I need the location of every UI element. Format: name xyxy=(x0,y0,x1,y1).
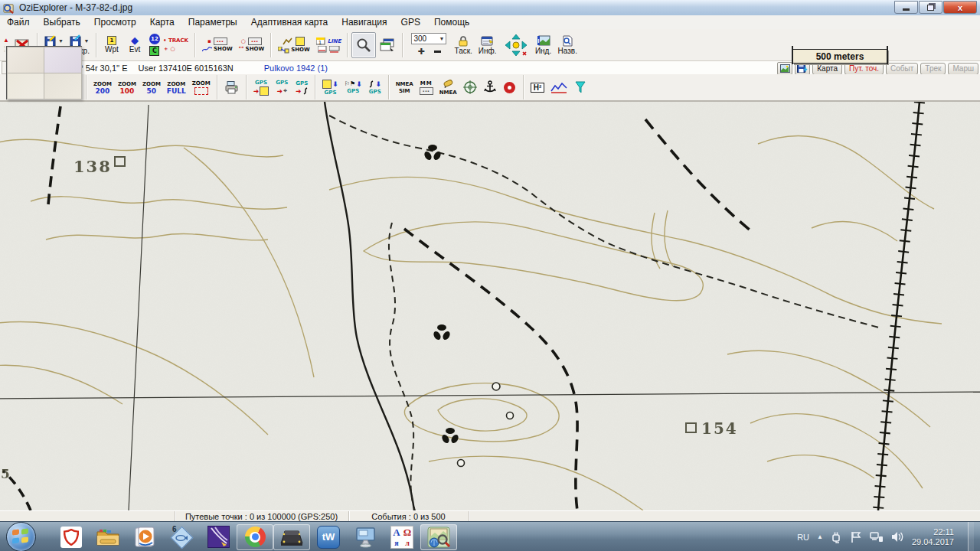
map-thumb-cell[interactable] xyxy=(44,47,82,73)
restore-button[interactable] xyxy=(919,1,942,14)
filter-button[interactable] xyxy=(570,76,590,99)
taskbar-oziexplorer-button[interactable] xyxy=(420,524,457,550)
action-center-flag-icon[interactable] xyxy=(851,531,862,543)
minimize-button[interactable] xyxy=(894,1,918,14)
tab-route[interactable]: Марш xyxy=(948,63,978,75)
altitude-button[interactable]: H² xyxy=(528,76,548,99)
position-reticle-button[interactable] xyxy=(460,76,480,99)
zoom-window-button[interactable]: ZOOM xyxy=(189,76,214,99)
zoom-50-button[interactable]: ZOOM 50 xyxy=(139,76,164,99)
menu-moving-map[interactable]: Адаптивная карта xyxy=(244,17,335,28)
close-button[interactable]: x xyxy=(943,1,977,14)
magnify-button[interactable] xyxy=(351,32,376,58)
zoom-combo[interactable]: 300 ▼ xyxy=(411,33,446,44)
send-waypoints-to-gps-button[interactable]: GPS ➜ xyxy=(250,76,273,99)
menu-map[interactable]: Карта xyxy=(143,17,181,28)
taskbar-antivirus-button[interactable] xyxy=(53,523,90,551)
measure-line-button[interactable]: 1 LINE xyxy=(313,31,345,60)
ruler-span-icon xyxy=(329,46,340,53)
event-button[interactable]: ◆ Evt xyxy=(123,31,146,60)
show-routes-button[interactable]: SHOW xyxy=(275,31,313,60)
info-button[interactable]: Инф. xyxy=(475,31,500,60)
taskbar-fish-app-button[interactable]: 6 xyxy=(163,523,200,551)
waypoint-button[interactable]: 1 Wpt xyxy=(100,31,123,60)
network-icon[interactable] xyxy=(870,531,884,543)
taskbar-explorer-button[interactable] xyxy=(90,523,126,551)
tab-events[interactable]: Событ xyxy=(886,63,918,75)
nmea-sim-top: NMEA xyxy=(396,81,413,87)
send-route-to-gps-button[interactable]: GPS ➜ xyxy=(292,76,312,99)
taskbar-djview-button[interactable] xyxy=(200,523,237,551)
taskbar-clock[interactable]: 22:11 29.04.2017 xyxy=(912,527,954,547)
get-events-from-gps-button[interactable]: ⚐⚑⬇ GPS xyxy=(341,76,365,99)
tab-waypoints[interactable]: Пут. точ. xyxy=(844,63,884,75)
send-events-to-gps-button[interactable]: GPS ➜⌖ xyxy=(272,76,292,99)
dot-icon: ▪ xyxy=(207,38,211,44)
menu-view[interactable]: Просмотр xyxy=(87,17,143,28)
menu-gps[interactable]: GPS xyxy=(394,17,427,28)
show-events-button[interactable]: ○▪▪▪ °° SHOW xyxy=(236,31,268,60)
separator xyxy=(402,33,403,57)
lifebuoy-icon xyxy=(504,82,515,93)
show-desktop-button[interactable] xyxy=(968,522,974,551)
zoom-200-button[interactable]: ZOOM 200 xyxy=(90,76,115,99)
power-plug-icon[interactable] xyxy=(831,531,843,543)
gps-word: GPS xyxy=(347,88,359,94)
show-tracks-button[interactable]: ▪▪▪▪ SHOW xyxy=(199,31,236,60)
tab-map[interactable]: Карта xyxy=(812,63,842,75)
get-track-from-gps-button[interactable]: ⬇ GPS xyxy=(365,76,385,99)
windows-flag-icon xyxy=(21,528,28,534)
menu-help[interactable]: Помощь xyxy=(427,17,476,28)
menu-file[interactable]: Файл xyxy=(0,17,37,28)
index-map-button[interactable]: I Инд. xyxy=(532,31,555,60)
zoom-out-icon[interactable] xyxy=(434,51,441,53)
zoom-level-control[interactable]: 300 ▼ ✚ xyxy=(407,31,451,60)
media-player-icon xyxy=(133,527,156,548)
taskbar-theword-button[interactable]: tW xyxy=(310,523,347,551)
profile-chart-button[interactable] xyxy=(547,76,570,99)
zoom-in-icon[interactable]: ✚ xyxy=(417,47,424,57)
status-empty-panel xyxy=(469,511,980,521)
lock-button[interactable]: Таск. xyxy=(451,31,475,60)
zoom-full-button[interactable]: ZOOM FULL xyxy=(164,76,189,99)
taskbar-chrome-button[interactable] xyxy=(237,524,273,550)
map-thumb-cell[interactable] xyxy=(7,73,45,99)
name-search-button[interactable]: Назв. xyxy=(555,31,580,60)
title-bar[interactable]: OziExplorer - M-37-82-d.jpg x xyxy=(0,0,980,16)
pan-control[interactable] xyxy=(500,31,532,60)
taskbar-media-player-button[interactable] xyxy=(126,523,163,551)
topo-map-canvas[interactable]: 138 154 5 xyxy=(0,102,980,510)
speaker-icon[interactable] xyxy=(891,531,904,543)
print-button[interactable] xyxy=(221,76,243,99)
map-thumb-cell[interactable] xyxy=(7,47,45,73)
numbers-comments-button[interactable]: 12 C • TRACK ＋ ○ xyxy=(146,31,191,60)
zoom-100-button[interactable]: ZOOM 100 xyxy=(115,76,139,99)
start-button[interactable] xyxy=(6,522,36,551)
menu-navigation[interactable]: Навигация xyxy=(335,17,394,28)
nmea-simulator-button[interactable]: NMEA SIM xyxy=(393,76,416,99)
hidden-icons-button[interactable]: ▲ xyxy=(817,533,823,540)
taskbar-dictionary-button[interactable]: А Ω я л xyxy=(384,523,420,551)
map-thumb-cell[interactable] xyxy=(44,73,82,99)
taskbar-scanner-button[interactable] xyxy=(273,524,310,550)
mob-button[interactable] xyxy=(500,76,520,99)
dropdown-caret-icon: ▼ xyxy=(83,38,89,44)
map-info-icon xyxy=(481,35,495,47)
oziexplorer-icon xyxy=(426,526,451,549)
language-indicator[interactable]: RU xyxy=(797,533,809,542)
anchor-alarm-button[interactable] xyxy=(480,76,500,99)
nmea-log-button[interactable]: NMEA xyxy=(436,76,460,99)
map-windows-button[interactable] xyxy=(376,33,399,57)
hand-icon xyxy=(283,37,293,45)
wave-icon xyxy=(202,47,212,52)
menu-select[interactable]: Выбрать xyxy=(37,17,87,28)
get-waypoints-from-gps-button[interactable]: ⬇ GPS xyxy=(319,76,341,99)
save-list-button[interactable] xyxy=(795,62,810,75)
taskbar-remote-pc-button[interactable] xyxy=(347,523,384,551)
tab-track[interactable]: Трек xyxy=(920,63,946,75)
map-image-button[interactable] xyxy=(777,62,792,75)
waypoint-number-icon: 12 xyxy=(149,34,160,44)
menu-options[interactable]: Параметры xyxy=(181,17,244,28)
map-selector-panel[interactable] xyxy=(6,46,82,99)
moving-map-button[interactable]: MM ▪▪▪ xyxy=(416,76,436,99)
